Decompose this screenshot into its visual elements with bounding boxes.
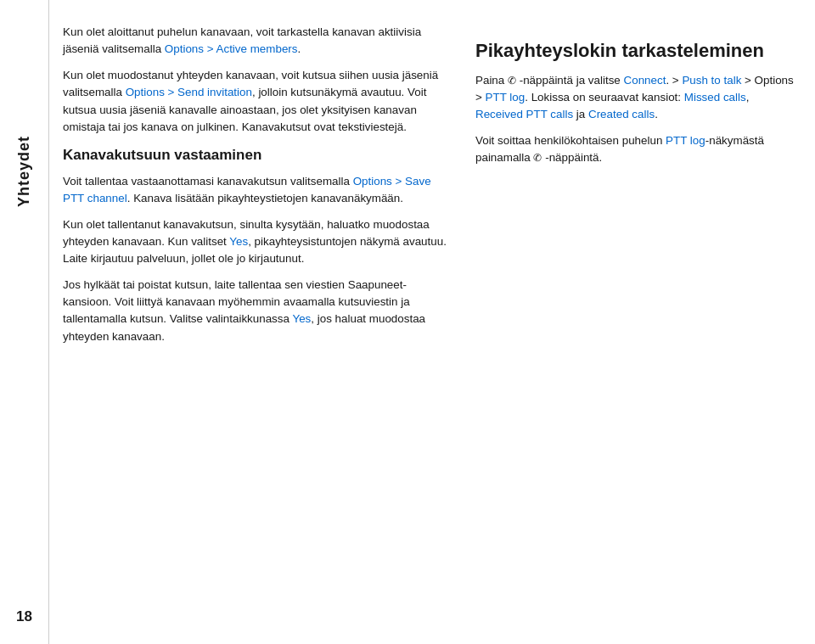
yes-link-1: Yes [229, 235, 248, 248]
right-paragraph-2: Voit soittaa henkilökohtaisen puhelun PT… [475, 132, 798, 167]
options-send-invitation-link: Options > Send invitation [126, 86, 252, 98]
phone-icon-1: ✆ [508, 73, 516, 88]
missed-calls-link: Missed calls [684, 91, 746, 104]
left-column: Kun olet aloittanut puhelun kanavaan, vo… [63, 24, 452, 627]
sidebar-page-number: 18 [16, 606, 32, 645]
right-paragraph-1: Paina ✆ -näppäintä ja valitse Connect. >… [475, 72, 798, 124]
page-container: Yhteydet 18 Kun olet aloittanut puhelun … [0, 0, 815, 644]
created-calls-link: Created calls [588, 108, 655, 120]
received-ptt-calls-link: Received PTT calls [475, 108, 573, 120]
ptt-log-link-1: PTT log [486, 91, 526, 104]
s2-paragraph-2: Kun olet tallentanut kanavakutsun, sinul… [63, 216, 452, 268]
push-to-talk-link: Push to talk [682, 74, 741, 87]
right-section-title: Pikayhteyslokin tarkasteleminen [475, 39, 798, 64]
yes-link-2: Yes [292, 312, 311, 325]
section-kanavakutsuun-title: Kanavakutsuun vastaaminen [63, 144, 452, 166]
s2-paragraph-3: Jos hylkäät tai poistat kutsun, laite ta… [63, 277, 452, 346]
intro-paragraph-2: Kun olet muodostanut yhteyden kanavaan, … [63, 67, 452, 137]
options-active-link: Options > Active members [165, 42, 298, 55]
connect-link: Connect [624, 74, 666, 87]
sidebar: Yhteydet 18 [0, 0, 49, 644]
ptt-log-link-2: PTT log [666, 134, 705, 147]
sidebar-title: Yhteydet [13, 136, 36, 207]
intro-paragraph-1: Kun olet aloittanut puhelun kanavaan, vo… [63, 24, 452, 59]
s2-paragraph-1: Voit tallentaa vastaanottamasi kanavakut… [63, 173, 452, 208]
phone-icon-2: ✆ [533, 150, 542, 165]
main-content: Kun olet aloittanut puhelun kanavaan, vo… [49, 0, 815, 644]
sidebar-text-area: Yhteydet [13, 0, 36, 606]
right-column: Pikayhteyslokin tarkasteleminen Paina ✆ … [475, 24, 798, 627]
columns-layout: Kun olet aloittanut puhelun kanavaan, vo… [49, 0, 815, 644]
